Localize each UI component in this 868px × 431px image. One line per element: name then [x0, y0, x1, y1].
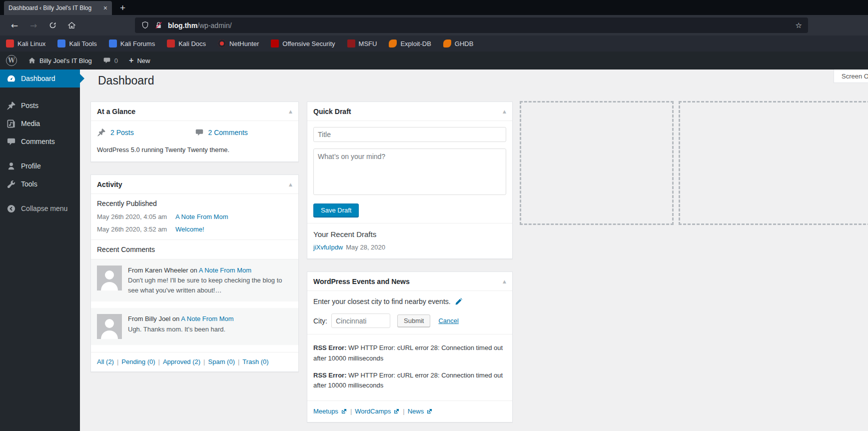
url-domain: blog.thm — [168, 22, 197, 30]
wp-logo-menu[interactable]: W — [6, 55, 17, 66]
sidebar-item-comments[interactable]: Comments — [0, 132, 80, 150]
collapse-toggle-icon[interactable]: ▲ — [503, 279, 506, 284]
rss-error: RSS Error: WP HTTP Error: cURL error 28:… — [313, 370, 506, 392]
back-icon[interactable]: ← — [7, 18, 22, 33]
comment-excerpt: Ugh. Thanks mom. It's been hard. — [128, 324, 234, 334]
empty-widget-dropzone[interactable] — [679, 101, 868, 225]
filter-trash[interactable]: Trash (0) — [242, 358, 268, 366]
recent-drafts-heading: Your Recent Drafts — [313, 230, 506, 238]
browser-tab-bar: Dashboard ‹ Billy Joel's IT Blog × + — [0, 0, 868, 15]
comment-post-link[interactable]: A Note From Mom — [181, 315, 233, 322]
bookmark-star-icon[interactable]: ☆ — [796, 21, 802, 30]
bookmark-nethunter[interactable]: NetHunter — [218, 40, 259, 48]
tab-close-icon[interactable]: × — [103, 4, 107, 12]
comment-post-link[interactable]: A Note From Mom — [199, 266, 251, 274]
filter-all[interactable]: All (2) — [97, 358, 114, 366]
bookmark-ghdb[interactable]: GHDB — [443, 40, 474, 48]
news-link[interactable]: News — [408, 408, 433, 415]
page-title: Dashboard — [98, 74, 154, 88]
meetups-link[interactable]: Meetups — [313, 408, 347, 415]
recent-comments-heading: Recent Comments — [91, 240, 298, 260]
home-icon[interactable] — [64, 18, 79, 33]
browser-tab[interactable]: Dashboard ‹ Billy Joel's IT Blog × — [4, 1, 112, 15]
browser-toolbar: ← → blog.thm/wp-admin/ ☆ — [0, 15, 868, 36]
collapse-toggle-icon[interactable]: ▲ — [503, 109, 506, 114]
activity-header[interactable]: Activity ▲ — [91, 175, 298, 194]
reload-icon[interactable] — [45, 18, 60, 33]
admin-bar-new[interactable]: + New — [129, 56, 150, 65]
comment-item: From Billy Joel on A Note From Mom Ugh. … — [91, 308, 298, 345]
bookmark-kali-linux[interactable]: Kali Linux — [6, 40, 45, 48]
quick-draft-header[interactable]: Quick Draft ▲ — [307, 102, 512, 121]
bookmark-kali-docs[interactable]: Kali Docs — [167, 40, 206, 48]
sidebar-item-collapse-menu[interactable]: Collapse menu — [0, 200, 80, 218]
at-a-glance-header[interactable]: At a Glance ▲ — [91, 102, 298, 121]
events-news-header[interactable]: WordPress Events and News ▲ — [307, 272, 512, 291]
bookmarks-bar: Kali Linux Kali Tools Kali Forums Kali D… — [0, 36, 868, 52]
city-input[interactable] — [331, 314, 390, 328]
events-footer-links: Meetups | WordCamps | News — [307, 400, 512, 422]
offensive-security-favicon — [271, 40, 279, 48]
screen-options-tab[interactable]: Screen O — [834, 70, 868, 83]
url-text: blog.thm/wp-admin/ — [168, 22, 232, 30]
posts-count-link[interactable]: 2 Posts — [110, 128, 134, 136]
collapse-toggle-icon[interactable]: ▲ — [289, 182, 292, 187]
insecure-lock-icon[interactable] — [154, 21, 163, 30]
shield-icon[interactable] — [141, 21, 149, 30]
wp-admin-bar: W Billy Joel's IT Blog 0 + New — [0, 52, 868, 70]
events-news-widget: WordPress Events and News ▲ Enter your c… — [307, 272, 513, 422]
comment-icon — [195, 128, 204, 137]
url-bar[interactable]: blog.thm/wp-admin/ ☆ — [135, 18, 808, 33]
collapse-toggle-icon[interactable]: ▲ — [289, 109, 292, 114]
comment-item: From Karen Wheeler on A Note From Mom Do… — [91, 260, 298, 302]
draft-content-input[interactable] — [313, 148, 506, 195]
msfu-favicon — [347, 40, 355, 48]
wordcamps-link[interactable]: WordCamps — [355, 408, 400, 415]
published-row: May 26th 2020, 4:05 am A Note From Mom — [91, 210, 298, 223]
empty-widget-dropzone[interactable] — [520, 101, 674, 225]
pencil-icon[interactable] — [455, 298, 462, 306]
save-draft-button[interactable]: Save Draft — [313, 204, 359, 217]
comment-from: From Karen Wheeler on — [128, 266, 199, 274]
bookmark-kali-tools[interactable]: Kali Tools — [57, 40, 96, 48]
wp-version-text: WordPress 5.0 running Twenty Twenty them… — [97, 146, 292, 154]
published-post-link[interactable]: A Note From Mom — [175, 213, 228, 220]
filter-spam[interactable]: Spam (0) — [208, 358, 235, 366]
events-intro-text: Enter your closest city to find nearby e… — [313, 298, 451, 306]
site-name-menu[interactable]: Billy Joel's IT Blog — [28, 56, 92, 64]
new-tab-button[interactable]: + — [120, 2, 125, 14]
profile-icon — [6, 162, 16, 171]
workspace: Screen O Dashboard At a Glance ▲ 2 — [0, 70, 868, 431]
bookmark-msfu[interactable]: MSFU — [347, 40, 377, 48]
cancel-link[interactable]: Cancel — [438, 317, 458, 324]
sidebar-item-posts[interactable]: Posts — [0, 96, 80, 114]
draft-title-input[interactable] — [313, 127, 506, 142]
sidebar-item-tools[interactable]: Tools — [0, 175, 80, 193]
draft-date: May 28, 2020 — [346, 244, 385, 251]
sidebar-item-profile[interactable]: Profile — [0, 157, 80, 175]
tools-icon — [6, 180, 16, 189]
filter-approved[interactable]: Approved (2) — [163, 358, 200, 366]
filter-pending[interactable]: Pending (0) — [121, 358, 155, 366]
comments-count-link[interactable]: 2 Comments — [208, 128, 248, 136]
bookmark-exploit-db[interactable]: Exploit-DB — [389, 40, 431, 48]
admin-bar-comments[interactable]: 0 — [103, 56, 118, 64]
url-path: /wp-admin/ — [197, 22, 231, 30]
pin-icon — [97, 128, 106, 137]
sidebar-item-media[interactable]: Media — [0, 114, 80, 132]
sidebar-item-dashboard[interactable]: Dashboard — [0, 70, 80, 88]
activity-widget: Activity ▲ Recently Published May 26th 2… — [90, 174, 299, 372]
kali-forums-favicon — [109, 40, 117, 48]
home-icon — [28, 56, 36, 64]
quick-draft-widget: Quick Draft ▲ Save Draft Your Recent Dra… — [307, 102, 513, 259]
wordpress-logo-icon: W — [6, 55, 17, 66]
published-post-link[interactable]: Welcome! — [175, 226, 204, 233]
draft-link[interactable]: jiXvfuIpdw — [313, 244, 343, 251]
submit-city-button[interactable]: Submit — [397, 314, 430, 327]
forward-icon[interactable]: → — [26, 18, 41, 33]
city-label: City: — [313, 317, 327, 325]
bookmark-kali-forums[interactable]: Kali Forums — [109, 40, 155, 48]
tab-title: Dashboard ‹ Billy Joel's IT Blog — [8, 4, 100, 12]
kali-linux-favicon — [6, 40, 14, 48]
bookmark-offensive-security[interactable]: Offensive Security — [271, 40, 335, 48]
